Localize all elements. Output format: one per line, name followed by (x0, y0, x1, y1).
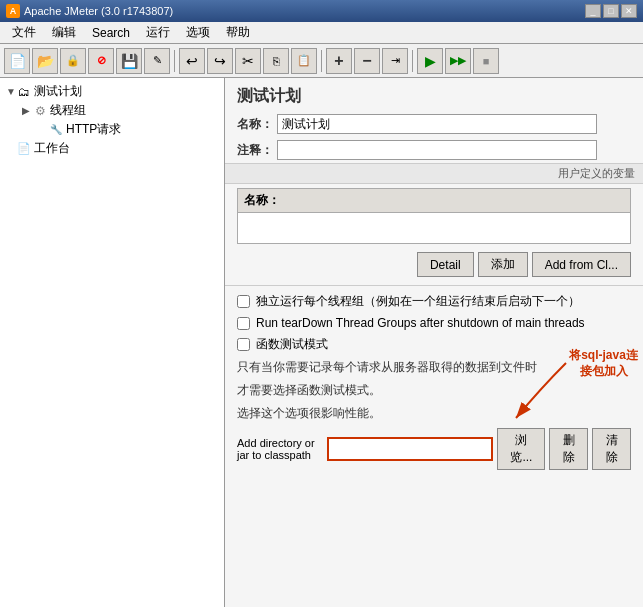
menu-bar: 文件 编辑 Search 运行 选项 帮助 (0, 22, 643, 44)
name-label: 名称： (237, 116, 277, 133)
expand-arrow-thread: ▶ (22, 105, 32, 116)
tree-item-label: 测试计划 (34, 83, 82, 100)
expand-arrow: ▼ (6, 86, 16, 97)
checkbox-teardown-label: Run tearDown Thread Groups after shutdow… (256, 316, 585, 330)
classpath-input-row: Add directory or jar to classpath 浏览... … (237, 428, 631, 470)
checkbox-independent-label: 独立运行每个线程组（例如在一个组运行结束后启动下一个） (256, 293, 580, 310)
redo-button[interactable]: ↪ (207, 48, 233, 74)
menu-file[interactable]: 文件 (4, 22, 44, 43)
menu-search[interactable]: Search (84, 24, 138, 42)
run-button[interactable]: ▶ (417, 48, 443, 74)
stop-red-button[interactable]: ⊘ (88, 48, 114, 74)
user-var-header: 用户定义的变量 (225, 163, 643, 184)
menu-help[interactable]: 帮助 (218, 22, 258, 43)
detail-button[interactable]: Detail (417, 252, 474, 277)
menu-edit[interactable]: 编辑 (44, 22, 84, 43)
tree-panel: ▼ 🗂 测试计划 ▶ ⚙ 线程组 🔧 HTTP请求 📄 工作台 (0, 78, 225, 607)
move-button[interactable]: ⇥ (382, 48, 408, 74)
delete-button[interactable]: 删除 (549, 428, 588, 470)
divider-1 (225, 285, 643, 286)
workbench-icon: 📄 (16, 141, 32, 157)
comment-input[interactable] (277, 140, 597, 160)
paste-button[interactable]: 📋 (291, 48, 317, 74)
variables-table: 名称： (237, 188, 631, 244)
separator-2 (321, 50, 322, 72)
remove-button[interactable]: − (354, 48, 380, 74)
tree-item-workbench[interactable]: 📄 工作台 (4, 139, 220, 158)
title-bar-buttons[interactable]: _ □ ✕ (585, 4, 637, 18)
test-plan-icon: 🗂 (16, 84, 32, 100)
save-button[interactable]: 💾 (116, 48, 142, 74)
panel-title: 测试计划 (225, 78, 643, 111)
table-col-name: 名称： (244, 192, 280, 209)
tree-item-http-request[interactable]: 🔧 HTTP请求 (36, 120, 220, 139)
toolbar: 📄 📂 🔒 ⊘ 💾 ✎ ↩ ↪ ✂ ⎘ 📋 + − ⇥ ▶ ▶▶ ■ (0, 44, 643, 78)
checkbox-teardown: Run tearDown Thread Groups after shutdow… (225, 313, 643, 333)
title-bar: A Apache JMeter (3.0 r1743807) _ □ ✕ (0, 0, 643, 22)
cut-button[interactable]: ✂ (235, 48, 261, 74)
add-from-clipboard-button[interactable]: Add from Cl... (532, 252, 631, 277)
main-layout: ▼ 🗂 测试计划 ▶ ⚙ 线程组 🔧 HTTP请求 📄 工作台 测试计划 名称： (0, 78, 643, 607)
name-row: 名称： (225, 111, 643, 137)
add-button[interactable]: + (326, 48, 352, 74)
comment-row: 注释： (225, 137, 643, 163)
browse-button[interactable]: 浏览... (497, 428, 545, 470)
user-var-label: 用户定义的变量 (558, 167, 635, 179)
stop-button[interactable]: ■ (473, 48, 499, 74)
checkbox-independent: 独立运行每个线程组（例如在一个组运行结束后启动下一个） (225, 290, 643, 313)
checkbox-functional-label: 函数测试模式 (256, 336, 328, 353)
tree-item-label: 工作台 (34, 140, 70, 157)
classpath-label: Add directory or jar to classpath (237, 437, 319, 461)
annotation-arrow-svg (481, 353, 581, 433)
lock-button[interactable]: 🔒 (60, 48, 86, 74)
maximize-button[interactable]: □ (603, 4, 619, 18)
table-body (238, 213, 630, 243)
comment-label: 注释： (237, 142, 277, 159)
name-input[interactable] (277, 114, 597, 134)
menu-run[interactable]: 运行 (138, 22, 178, 43)
classpath-section: 将sql-java连接包加入 Add directory or jar to c… (237, 428, 631, 470)
menu-options[interactable]: 选项 (178, 22, 218, 43)
table-buttons: Detail 添加 Add from Cl... (225, 248, 643, 281)
close-button[interactable]: ✕ (621, 4, 637, 18)
open-button[interactable]: 📂 (32, 48, 58, 74)
http-request-icon: 🔧 (48, 122, 64, 138)
window-title: Apache JMeter (3.0 r1743807) (24, 5, 585, 17)
copy-button[interactable]: ⎘ (263, 48, 289, 74)
add-var-button[interactable]: 添加 (478, 252, 528, 277)
clear-button[interactable]: 清除 (592, 428, 631, 470)
run-all-button[interactable]: ▶▶ (445, 48, 471, 74)
separator-3 (412, 50, 413, 72)
separator-1 (174, 50, 175, 72)
tree-item-thread-group[interactable]: ▶ ⚙ 线程组 (20, 101, 220, 120)
checkbox-functional-input[interactable] (237, 338, 250, 351)
checkbox-independent-input[interactable] (237, 295, 250, 308)
tree-item-label: 线程组 (50, 102, 86, 119)
thread-group-icon: ⚙ (32, 103, 48, 119)
table-header-row: 名称： (238, 189, 630, 213)
classpath-input[interactable] (327, 437, 493, 461)
tree-item-test-plan[interactable]: ▼ 🗂 测试计划 (4, 82, 220, 101)
edit-button[interactable]: ✎ (144, 48, 170, 74)
tree-item-label: HTTP请求 (66, 121, 121, 138)
app-icon: A (6, 4, 20, 18)
undo-button[interactable]: ↩ (179, 48, 205, 74)
new-button[interactable]: 📄 (4, 48, 30, 74)
minimize-button[interactable]: _ (585, 4, 601, 18)
right-panel: 测试计划 名称： 注释： 用户定义的变量 名称： Detail 添加 Add f… (225, 78, 643, 607)
checkbox-teardown-input[interactable] (237, 317, 250, 330)
